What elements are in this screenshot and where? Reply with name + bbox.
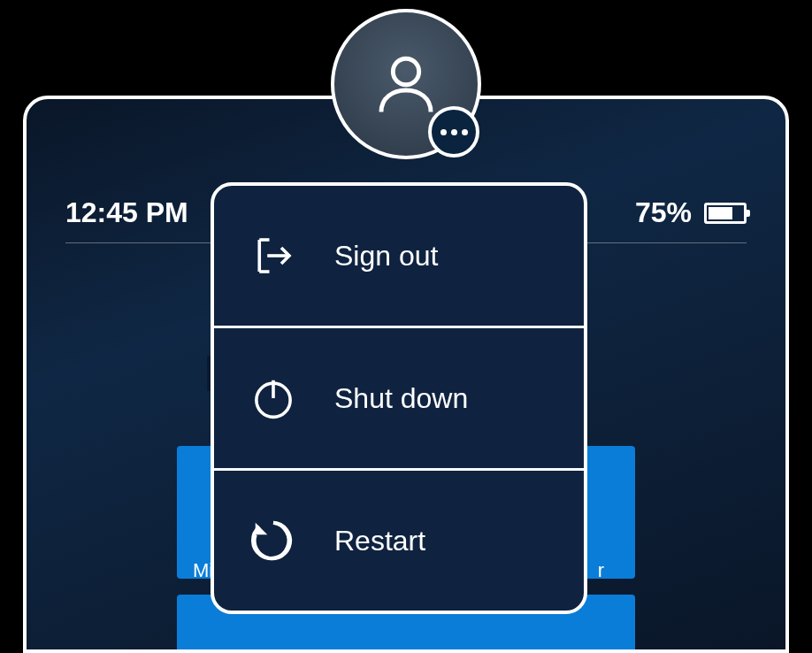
svg-point-0 — [393, 58, 418, 84]
sign-out-button[interactable]: Sign out — [214, 186, 584, 328]
menu-item-label: Restart — [334, 525, 425, 557]
menu-item-label: Sign out — [334, 240, 438, 273]
tile-label-partial: r — [598, 559, 604, 582]
restart-icon — [249, 517, 297, 565]
shut-down-button[interactable]: Shut down — [214, 328, 584, 471]
power-menu: Sign out Shut down Restart — [211, 182, 587, 614]
user-avatar-container — [331, 9, 481, 159]
user-avatar[interactable] — [331, 9, 481, 159]
sign-out-icon — [249, 232, 297, 280]
power-icon — [249, 374, 297, 422]
battery-icon — [704, 203, 747, 224]
clock-time: 12:45 PM — [65, 196, 188, 229]
menu-item-label: Shut down — [334, 382, 468, 415]
battery-percent: 75% — [635, 196, 692, 229]
battery-status: 75% — [635, 196, 747, 229]
person-icon — [369, 47, 443, 121]
more-options-button[interactable] — [428, 106, 479, 157]
restart-button[interactable]: Restart — [214, 471, 584, 611]
